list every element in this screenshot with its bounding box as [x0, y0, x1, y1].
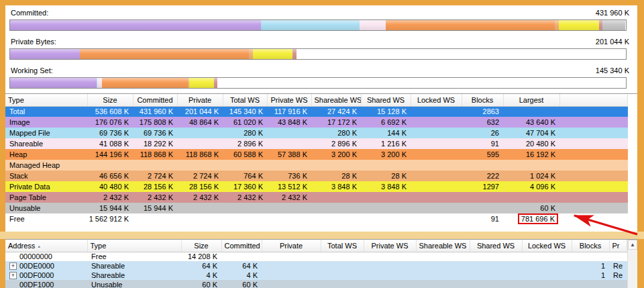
detail-row-00DF1000[interactable]: 00DF1000Unusable60 K60 K — [5, 280, 627, 288]
value-cell: 64 K — [181, 261, 221, 271]
value-cell — [462, 192, 503, 203]
value-cell — [177, 138, 223, 149]
column-header-blocks[interactable]: Blocks — [462, 94, 503, 106]
summary-row-total[interactable]: Total536 608 K431 960 K201 044 K145 340 … — [5, 106, 628, 117]
type-cell: Unusable — [5, 203, 87, 213]
value-cell — [364, 261, 416, 271]
column-header-shareable-ws[interactable]: Shareable WS — [311, 94, 361, 106]
summary-row-image[interactable]: Image176 076 K175 808 K48 864 K61 020 K4… — [5, 117, 628, 128]
value-cell — [411, 171, 462, 181]
summary-row-managed_heap[interactable]: Managed Heap — [5, 160, 628, 171]
value-cell: 43 640 K — [503, 117, 559, 128]
column-header-address[interactable]: Address▲ — [5, 240, 87, 252]
filler-cell — [559, 117, 628, 128]
summary-row-shareable[interactable]: Shareable41 088 K18 292 K2 896 K2 896 K1… — [5, 138, 628, 149]
meter-segment-image — [10, 20, 261, 30]
column-header-largest[interactable]: Largest — [503, 94, 559, 106]
value-cell: 2 432 K — [267, 192, 311, 203]
value-cell: 17 360 K — [223, 181, 267, 192]
memory-meters-panel: Committed: 431 960 K Private Bytes: 201 … — [5, 5, 637, 93]
column-header-size[interactable]: Size — [87, 94, 133, 106]
column-header-blocks[interactable]: Blocks — [572, 240, 609, 252]
value-cell — [262, 280, 321, 288]
value-cell — [321, 261, 364, 271]
value-cell: 28 K — [311, 171, 361, 181]
summary-row-stack[interactable]: Stack46 656 K2 724 K2 724 K764 K736 K28 … — [5, 171, 628, 181]
summary-row-mapped_file[interactable]: Mapped File69 736 K69 736 K280 K280 K144… — [5, 128, 628, 138]
value-cell: 4 K — [221, 271, 262, 280]
column-header-pr[interactable]: Pr — [609, 240, 627, 252]
column-header-type[interactable]: Type — [5, 94, 87, 106]
vertical-scrollbar[interactable]: ▲ — [627, 240, 637, 288]
column-header-committed[interactable]: Committed — [133, 94, 177, 106]
summary-row-unusable[interactable]: Unusable15 944 K15 944 K60 K — [5, 203, 628, 213]
value-cell: 118 868 K — [177, 149, 223, 160]
type-cell: Shareable — [87, 261, 181, 271]
value-cell — [133, 160, 177, 171]
summary-row-heap[interactable]: Heap144 196 K118 868 K118 868 K60 588 K5… — [5, 149, 628, 160]
type-cell: Private Data — [5, 181, 87, 192]
value-cell — [361, 160, 411, 171]
value-cell: 2 896 K — [311, 138, 361, 149]
column-header-shared-ws[interactable]: Shared WS — [470, 240, 522, 252]
value-cell: 13 512 K — [267, 181, 311, 192]
column-header-size[interactable]: Size — [181, 240, 221, 252]
value-cell: 28 K — [361, 171, 411, 181]
committed-label: Committed: — [11, 9, 48, 17]
value-cell — [411, 213, 462, 224]
value-cell — [177, 128, 223, 138]
expand-icon[interactable]: + — [9, 262, 17, 270]
detail-pane: Address▲TypeSizeCommittedPrivateTotal WS… — [5, 239, 637, 288]
committed-meter: Committed: 431 960 K — [5, 5, 637, 31]
column-header-private-ws[interactable]: Private WS — [267, 94, 311, 106]
detail-row-00DF0000[interactable]: +00DF0000Shareable4 K4 K1Re — [5, 271, 627, 280]
address-text: 00DF1000 — [19, 281, 54, 288]
column-header-private-ws[interactable]: Private WS — [364, 240, 416, 252]
detail-row-00DE0000[interactable]: +00DE0000Shareable64 K64 K1Re — [5, 261, 627, 271]
meter-segment-heap — [80, 49, 249, 59]
column-header-private[interactable]: Private — [262, 240, 321, 252]
column-header-total-ws[interactable]: Total WS — [223, 94, 267, 106]
value-cell: 15 944 K — [87, 203, 133, 213]
detail-row-00000000[interactable]: 00000000Free14 208 K — [5, 252, 627, 261]
protection-cell: Re — [609, 271, 627, 280]
pane-splitter[interactable] — [0, 232, 644, 239]
column-header-shared-ws[interactable]: Shared WS — [361, 94, 411, 106]
value-cell — [416, 252, 470, 261]
scroll-up-icon[interactable]: ▲ — [628, 240, 637, 250]
value-cell: 61 020 K — [223, 117, 267, 128]
column-header-private[interactable]: Private — [177, 94, 223, 106]
value-cell — [411, 138, 462, 149]
summary-row-free[interactable]: Free1 562 912 K91781 696 K — [5, 213, 628, 224]
value-cell — [522, 261, 572, 271]
summary-row-page_table[interactable]: Page Table2 432 K2 432 K2 432 K2 432 K2 … — [5, 192, 628, 203]
value-cell: 2 432 K — [177, 192, 223, 203]
column-header-locked-ws[interactable]: Locked WS — [522, 240, 572, 252]
value-cell: 41 088 K — [87, 138, 133, 149]
value-cell — [416, 271, 470, 280]
value-cell: 47 704 K — [503, 128, 559, 138]
value-cell — [503, 160, 559, 171]
column-header-type[interactable]: Type — [87, 240, 181, 252]
value-cell — [522, 271, 572, 280]
value-cell — [223, 203, 267, 213]
column-header-shareable-ws[interactable]: Shareable WS — [416, 240, 470, 252]
address-cell: +00DF0000 — [5, 271, 87, 280]
column-header-locked-ws[interactable]: Locked WS — [411, 94, 462, 106]
value-cell: 2 432 K — [223, 192, 267, 203]
value-cell: 4 K — [181, 271, 221, 280]
type-cell: Free — [5, 213, 87, 224]
filler-cell — [559, 138, 628, 149]
filler-cell — [559, 106, 628, 117]
type-cell: Unusable — [87, 280, 181, 288]
summary-row-private_data[interactable]: Private Data40 480 K28 156 K28 156 K17 3… — [5, 181, 628, 192]
column-header-committed[interactable]: Committed — [221, 240, 262, 252]
expand-icon[interactable]: + — [9, 272, 17, 279]
value-cell: 280 K — [311, 128, 361, 138]
sort-ascending-icon: ▲ — [37, 244, 41, 248]
column-header-total-ws[interactable]: Total WS — [321, 240, 364, 252]
meter-segment-mapped_file — [261, 20, 360, 30]
value-cell — [267, 213, 311, 224]
value-cell: 3 200 K — [361, 149, 411, 160]
type-cell: Page Table — [5, 192, 87, 203]
